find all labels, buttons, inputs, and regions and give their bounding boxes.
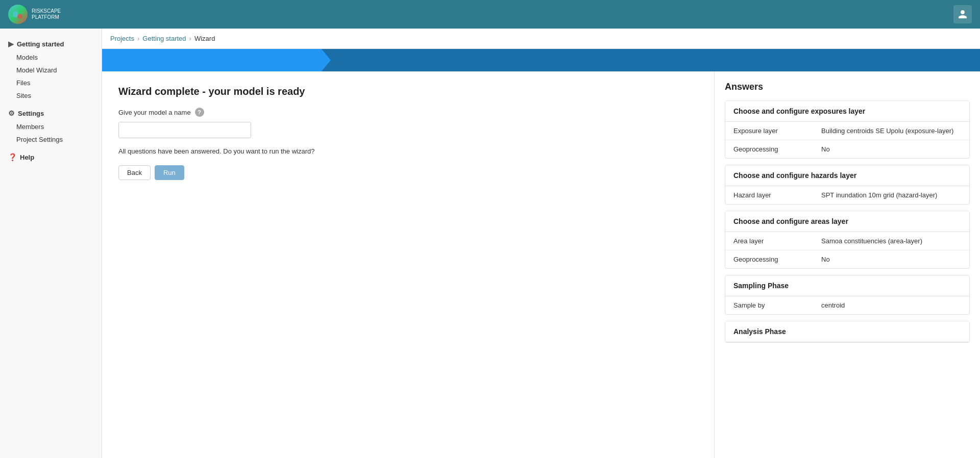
tab-input[interactable]: Input: [102, 49, 322, 71]
wizard-tabs: Input Sample Analysis Report: [102, 49, 980, 71]
tab-report[interactable]: Report: [761, 49, 980, 71]
answer-key: Geoprocessing: [733, 145, 815, 153]
breadcrumb-sep-1: ›: [137, 35, 139, 42]
getting-started-icon: ▶: [8, 40, 14, 48]
breadcrumb-getting-started[interactable]: Getting started: [142, 35, 186, 42]
answer-section-sampling: Sampling Phase Sample by centroid: [725, 275, 970, 315]
logo-name: RISKSCAPE: [32, 8, 61, 14]
analysis-section-title: Analysis Phase: [725, 321, 969, 342]
answer-key: Hazard layer: [733, 191, 815, 199]
answer-section-analysis: Analysis Phase: [725, 321, 970, 343]
tab-analysis[interactable]: Analysis: [541, 49, 761, 71]
answer-section-areas: Choose and configure areas layer Area la…: [725, 211, 970, 269]
model-name-label: Give your model a name: [118, 109, 191, 116]
answer-value: No: [821, 256, 830, 263]
model-name-input[interactable]: [118, 122, 251, 138]
breadcrumb: Projects › Getting started › Wizard: [102, 29, 980, 49]
answer-value: No: [821, 145, 830, 153]
answer-key: Geoprocessing: [733, 256, 815, 263]
main-layout: ▶ Getting started Models Model Wizard Fi…: [0, 29, 980, 458]
answer-row: Sample by centroid: [725, 296, 969, 314]
sidebar-getting-started[interactable]: ▶ Getting started: [0, 37, 102, 51]
sidebar-divider: [0, 102, 102, 106]
logo-sub: PLATFORM: [32, 14, 61, 20]
breadcrumb-current: Wizard: [194, 35, 215, 42]
sidebar-help[interactable]: ❓ Help: [0, 150, 102, 164]
answer-row: Area layer Samoa constituencies (area-la…: [725, 232, 969, 250]
answer-row: Geoprocessing No: [725, 140, 969, 158]
sidebar-item-project-settings[interactable]: Project Settings: [0, 133, 102, 146]
sidebar-item-members[interactable]: Members: [0, 120, 102, 133]
breadcrumb-projects[interactable]: Projects: [110, 35, 134, 42]
content-area: Projects › Getting started › Wizard Inpu…: [102, 29, 980, 458]
answer-key: Exposure layer: [733, 127, 815, 135]
answers-panel: Answers Choose and configure exposures l…: [715, 71, 980, 458]
logo-icon: [8, 5, 28, 24]
help-label: Help: [20, 154, 34, 161]
getting-started-label: Getting started: [17, 40, 64, 48]
form-note: All questions have been answered. Do you…: [118, 147, 698, 155]
sidebar-divider-2: [0, 146, 102, 150]
back-button[interactable]: Back: [118, 165, 151, 180]
answer-row: Hazard layer SPT inundation 10m grid (ha…: [725, 186, 969, 204]
answer-key: Sample by: [733, 301, 815, 309]
answer-row: Geoprocessing No: [725, 250, 969, 268]
breadcrumb-sep-2: ›: [189, 35, 191, 42]
answer-key: Area layer: [733, 237, 815, 245]
answer-row: Exposure layer Building centroids SE Upo…: [725, 122, 969, 140]
answer-value: Samoa constituencies (area-layer): [821, 237, 922, 245]
user-avatar-button[interactable]: [953, 5, 972, 23]
logo-text: RISKSCAPE PLATFORM: [32, 8, 61, 20]
answer-value: centroid: [821, 301, 845, 309]
run-button[interactable]: Run: [155, 165, 184, 180]
form-title: Wizard complete - your model is ready: [118, 86, 698, 97]
wizard-body: Wizard complete - your model is ready Gi…: [102, 71, 980, 458]
exposures-section-title: Choose and configure exposures layer: [725, 101, 969, 122]
help-tooltip-icon[interactable]: ?: [195, 108, 204, 117]
sidebar-settings[interactable]: ⚙ Settings: [0, 106, 102, 120]
sidebar-item-models[interactable]: Models: [0, 51, 102, 64]
svg-point-2: [17, 14, 22, 19]
user-icon: [958, 9, 968, 19]
sidebar-item-model-wizard[interactable]: Model Wizard: [0, 64, 102, 77]
answers-title: Answers: [725, 82, 970, 92]
tab-sample[interactable]: Sample: [322, 49, 541, 71]
answer-value: Building centroids SE Upolu (exposure-la…: [821, 127, 953, 135]
sidebar-item-files[interactable]: Files: [0, 77, 102, 89]
settings-icon: ⚙: [8, 109, 15, 117]
help-icon: ❓: [8, 153, 17, 161]
sampling-section-title: Sampling Phase: [725, 275, 969, 296]
form-panel: Wizard complete - your model is ready Gi…: [102, 71, 715, 458]
model-name-label-row: Give your model a name ?: [118, 108, 698, 117]
topbar: RISKSCAPE PLATFORM: [0, 0, 980, 29]
sidebar: ▶ Getting started Models Model Wizard Fi…: [0, 29, 102, 458]
logo-svg: [12, 8, 24, 20]
logo-area: RISKSCAPE PLATFORM: [8, 5, 61, 24]
hazards-section-title: Choose and configure hazards layer: [725, 165, 969, 186]
sidebar-item-sites[interactable]: Sites: [0, 89, 102, 102]
answer-value: SPT inundation 10m grid (hazard-layer): [821, 191, 937, 199]
answer-section-hazards: Choose and configure hazards layer Hazar…: [725, 165, 970, 205]
settings-label: Settings: [18, 110, 44, 117]
areas-section-title: Choose and configure areas layer: [725, 211, 969, 232]
answer-section-exposures: Choose and configure exposures layer Exp…: [725, 100, 970, 159]
button-row: Back Run: [118, 165, 698, 180]
